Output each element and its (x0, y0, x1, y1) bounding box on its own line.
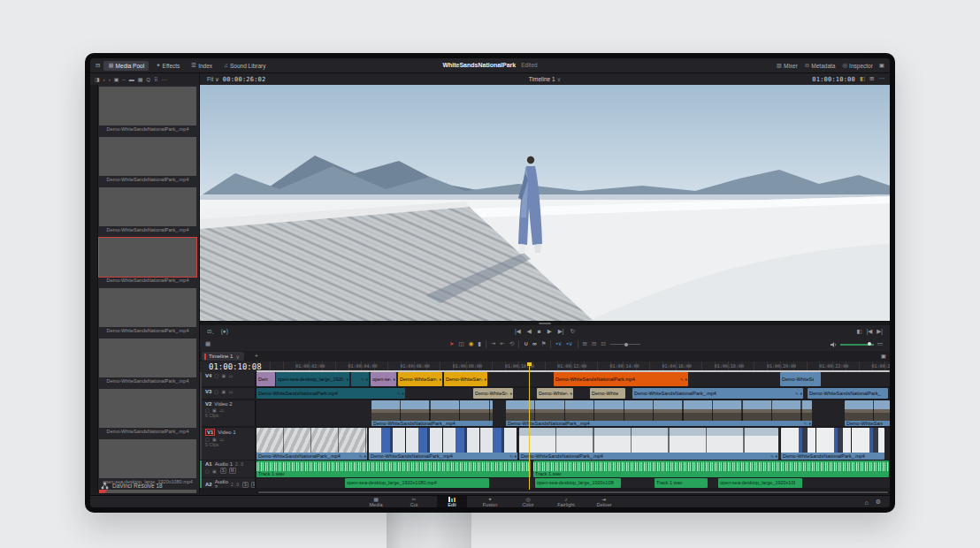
home-icon[interactable]: ⌂ (864, 499, 868, 506)
timeline-clip-v3[interactable]: Demo-WhiteSandsNationalPark.mp4∿ ♦ (256, 388, 405, 399)
top-button-mixer[interactable]: ▥Mixer (777, 63, 798, 69)
track-lock-icons[interactable]: ▢ ▣ ▭ (214, 373, 234, 378)
grid-icon[interactable]: ⊞ (869, 76, 874, 82)
razor-tool-icon[interactable]: ▮ (478, 341, 481, 347)
page-tab-fairlight[interactable]: ♪Fairlight (551, 496, 581, 507)
timeline-clip-audio[interactable]: Track 1.wav (533, 460, 889, 477)
media-pool-tool-icon-9[interactable]: ⋯ (161, 77, 166, 82)
play-reverse-icon[interactable]: ◀ (527, 329, 532, 335)
track-lane-a1[interactable]: Track 1.wavTrack 1.wav (256, 460, 890, 477)
panel-toggle-icon[interactable]: ▣ (879, 63, 884, 69)
timeline-clip-film[interactable]: Demo-WhiteSandsNationalPark_.mp4∿ ♦ (519, 428, 778, 460)
track-lock-icons[interactable]: ▢ ▣ ▭ (214, 389, 234, 394)
track-lane-v1[interactable]: Demo-WhiteSandsNationalPark_.mp4∿ ♦Demo-… (256, 428, 890, 460)
media-clip-7[interactable]: Demo-WhiteSandsNationalPark_.mp4 (99, 389, 198, 435)
timeline-zoom-slider[interactable] (610, 344, 640, 345)
mark-in-icon[interactable]: |◀ (867, 329, 873, 335)
timeline-selector[interactable]: Timeline 1 ∨ (200, 73, 890, 85)
top-tab-sound-library[interactable]: ♫Sound Library (219, 61, 270, 71)
timeline-tab[interactable]: Timeline 1 ∨ (202, 352, 244, 361)
track-header-v4[interactable]: V4▢ ▣ ▭ (200, 372, 256, 386)
viewer-options-icon[interactable]: ⋯ (879, 76, 885, 82)
page-tab-fusion[interactable]: ✦Fusion (475, 496, 505, 507)
page-tab-cut[interactable]: ✂Cut (399, 496, 429, 507)
media-pool-tool-icon-4[interactable]: – (122, 77, 125, 82)
track-lane-v3[interactable]: Demo-WhiteSandsNationalPark.mp4∿ ♦Demo-W… (256, 388, 890, 399)
workspace-icon[interactable]: ⊟ (96, 63, 100, 69)
track-header-v2[interactable]: V2Video 2 ▢ ▣ ▭ 6 Clips (200, 400, 256, 426)
top-tab-effects[interactable]: ✦Effects (151, 61, 184, 71)
track-header-a2[interactable]: A2Audio 22.0 S M (200, 478, 256, 488)
media-clip-1[interactable]: Demo-WhiteSandsNationalPark_.mp4 (99, 87, 198, 133)
snapping-icon[interactable]: ∪ (524, 341, 528, 347)
media-pool-tool-icon-2[interactable]: › (109, 77, 111, 82)
insert-clip-icon[interactable]: ⇥ (491, 341, 495, 347)
page-tab-color[interactable]: ◎Color (513, 496, 543, 507)
mute-button[interactable]: M (251, 482, 256, 488)
mixer-toggle-icon[interactable]: ▭ (877, 341, 883, 347)
timeline-clip-v3[interactable]: Demo-WhiteSandsNationalPark_.mp4∿ ♦ (473, 388, 513, 399)
media-pool-tool-icon-3[interactable]: ▣ (114, 77, 119, 82)
track-header-v3[interactable]: V3▢ ▣ ▭ (200, 388, 256, 399)
media-pool-tool-icon-8[interactable]: ⠿ (154, 77, 157, 82)
dynamic-trim-tool-icon[interactable]: ◉ (469, 341, 474, 347)
playhead[interactable] (529, 362, 530, 490)
top-button-inspector[interactable]: ◎Inspector (842, 63, 872, 69)
media-pool-tool-icon-7[interactable]: Q (146, 77, 150, 82)
timeline-clip-v3[interactable]: Demo-WhiteSandsNationalPark_.mp4 (808, 388, 888, 399)
timeline-clip-v4[interactable]: Demo-WhiteSandsNationalPark_.mp4∿ ♦ (444, 372, 487, 386)
media-clip-3[interactable]: Demo-WhiteSandsNationalPark_.mp4 (99, 187, 198, 233)
mute-button[interactable]: M (229, 468, 236, 474)
timeline-scrollbar[interactable] (256, 491, 890, 494)
timeline-clip-audio[interactable]: open-sea-desktop_large_1920x1080.mp4 (535, 478, 621, 488)
timeline-clip-audio[interactable]: open-sea-desktop_large_1920x1080.mp4 (718, 478, 802, 488)
replace-clip-icon[interactable]: ⟲ (509, 341, 514, 347)
linked-selection-icon[interactable]: ∞ (532, 341, 537, 347)
jump-to-start-icon[interactable]: |◀ (515, 329, 521, 335)
zoom-custom-icon[interactable]: ⊡ (601, 341, 606, 347)
timeline-clip-v3[interactable]: Demo-WhiteSandsNationalPark_.mp4 (590, 388, 625, 399)
page-tab-media[interactable]: ▦Media (361, 496, 391, 507)
solo-button[interactable]: S (242, 482, 249, 488)
media-clip-4[interactable]: Demo-WhiteSandsNationalPark_.mp4 (99, 238, 198, 284)
media-pool-tool-icon-6[interactable]: ▦ (138, 77, 143, 82)
zoom-detail-icon[interactable]: ⊟ (592, 341, 596, 347)
marker-icon[interactable]: ▪∨ (567, 341, 573, 347)
loop-icon[interactable]: ↻ (570, 329, 574, 335)
media-pool-tool-icon-0[interactable]: ◨ (95, 77, 100, 82)
timeline-clip-film[interactable]: Demo-WhiteSandsNationalPark_.mp4∿ ♦ (369, 428, 517, 460)
top-tab-media-pool[interactable]: ▦Media Pool (103, 61, 149, 71)
page-tab-edit[interactable]: Edit (437, 496, 467, 507)
timeline-clip-audio[interactable]: Track 1.wav (256, 460, 531, 477)
media-clip-5[interactable]: Demo-WhiteSandsNationalPark_.mp4 (99, 288, 198, 334)
flag-marker-icon[interactable]: ▪∨ (555, 341, 562, 347)
selection-tool-icon[interactable]: ➤ (449, 341, 454, 347)
media-clip-9[interactable] (99, 490, 198, 493)
timeline-clip-v3[interactable]: Demo-WhiteSandsNationalPark_.mp4∿ ♦ (537, 388, 573, 399)
volume-slider[interactable] (840, 344, 874, 346)
settings-gear-icon[interactable]: ⚙ (876, 499, 881, 506)
page-tab-deliver[interactable]: ➔Deliver (589, 496, 619, 507)
top-button-metadata[interactable]: ⊙Metadata (805, 63, 836, 69)
trim-edit-tool-icon[interactable]: ◫ (458, 341, 463, 347)
timeline-clip-film[interactable]: Demo-WhiteSandsNationalPark_.mp4∿ ♦ (256, 428, 367, 460)
media-clip-8[interactable]: open-sea-desktop_large_1920x1080.mp4 (99, 439, 198, 485)
playhead-handle[interactable] (527, 362, 532, 366)
timeline-clip-v4[interactable]: Demo-WhiteSandsNationalPark.mp4∿ ♦ (554, 372, 688, 386)
speaker-icon[interactable] (830, 341, 837, 348)
track-header-a1[interactable]: A1Audio 12.0 ▢ ▣ S M (200, 460, 256, 477)
timeline-clip-v3[interactable]: Demo-WhiteSandsNationalPark_.mp4∿ ♦ (632, 388, 803, 399)
top-tab-index[interactable]: ☰Index (187, 61, 217, 71)
track-lane-v4[interactable]: Demo-WhiteSandsNationalPark_.mp4open-sea… (256, 372, 890, 386)
timeline-clip-film[interactable]: Demo-WhiteSandsNationalPark_.mp4∿ ♦ (506, 400, 812, 426)
overwrite-clip-icon[interactable]: ⇤ (500, 341, 504, 347)
timeline-options-icon[interactable]: ▣ (881, 354, 886, 360)
bin-strip[interactable] (90, 85, 98, 493)
track-lane-v2[interactable]: Demo-WhiteSandsNationalPark_.mp4Demo-Whi… (256, 400, 890, 426)
timeline-clip-film[interactable]: Demo-WhiteSandsNationalPark_.mp4 (781, 428, 884, 460)
media-clip-6[interactable]: Demo-WhiteSandsNationalPark_.mp4 (99, 339, 198, 384)
timeline-clip-film[interactable]: Demo-WhiteSandsNationalPark_.mp4 (845, 400, 890, 426)
position-lock-icon[interactable]: ⚑ (541, 341, 547, 347)
match-frame-icon[interactable]: ◧ (856, 329, 861, 335)
stop-icon[interactable]: ■ (538, 329, 541, 335)
